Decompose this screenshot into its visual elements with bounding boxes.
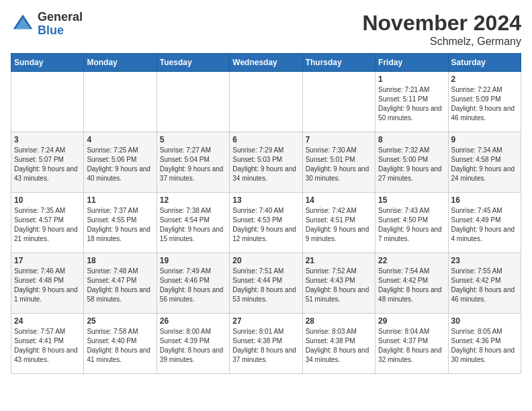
day-number: 5 [160,135,226,144]
calendar-cell [230,72,302,132]
day-number: 13 [232,195,299,205]
calendar-cell: 5Sunrise: 7:27 AM Sunset: 5:04 PM Daylig… [157,132,229,193]
calendar-cell: 17Sunrise: 7:46 AM Sunset: 4:48 PM Dayli… [11,253,84,314]
day-detail: Sunrise: 7:45 AM Sunset: 4:49 PM Dayligh… [451,206,518,244]
week-row-4: 17Sunrise: 7:46 AM Sunset: 4:48 PM Dayli… [11,253,521,314]
day-number: 26 [160,316,226,326]
day-number: 28 [306,316,372,326]
logo-blue: Blue [38,24,83,38]
day-detail: Sunrise: 7:48 AM Sunset: 4:47 PM Dayligh… [87,267,153,304]
day-detail: Sunrise: 7:54 AM Sunset: 4:42 PM Dayligh… [378,267,445,304]
day-number: 19 [160,256,226,265]
day-detail: Sunrise: 7:55 AM Sunset: 4:42 PM Dayligh… [451,267,518,304]
day-detail: Sunrise: 7:38 AM Sunset: 4:54 PM Dayligh… [160,206,226,244]
calendar-cell: 27Sunrise: 8:01 AM Sunset: 4:38 PM Dayli… [230,314,302,374]
calendar-body: 1Sunrise: 7:21 AM Sunset: 5:11 PM Daylig… [11,72,521,374]
calendar-header: SundayMondayTuesdayWednesdayThursdayFrid… [11,54,521,72]
calendar-cell: 16Sunrise: 7:45 AM Sunset: 4:49 PM Dayli… [448,193,521,253]
logo-general: General [38,11,83,24]
day-number: 14 [306,195,372,205]
day-number: 21 [306,256,372,265]
weekday-header-sunday: Sunday [11,54,84,72]
calendar-cell: 3Sunrise: 7:24 AM Sunset: 5:07 PM Daylig… [11,132,84,193]
day-number: 9 [451,135,518,144]
day-detail: Sunrise: 7:35 AM Sunset: 4:57 PM Dayligh… [14,206,81,244]
calendar-cell: 12Sunrise: 7:38 AM Sunset: 4:54 PM Dayli… [157,193,229,253]
calendar-cell [302,72,375,132]
day-number: 10 [14,195,81,205]
calendar-cell: 10Sunrise: 7:35 AM Sunset: 4:57 PM Dayli… [11,193,84,253]
calendar-title: November 2024 [362,11,521,36]
week-row-3: 10Sunrise: 7:35 AM Sunset: 4:57 PM Dayli… [11,193,521,253]
week-row-2: 3Sunrise: 7:24 AM Sunset: 5:07 PM Daylig… [11,132,521,193]
weekday-header-tuesday: Tuesday [157,54,229,72]
calendar-cell [11,72,84,132]
day-number: 25 [87,316,153,326]
weekday-header-thursday: Thursday [302,54,375,72]
calendar-cell [84,72,157,132]
day-detail: Sunrise: 7:32 AM Sunset: 5:00 PM Dayligh… [378,146,445,183]
calendar-cell: 7Sunrise: 7:30 AM Sunset: 5:01 PM Daylig… [302,132,375,193]
day-detail: Sunrise: 7:57 AM Sunset: 4:41 PM Dayligh… [14,327,81,365]
calendar-cell: 18Sunrise: 7:48 AM Sunset: 4:47 PM Dayli… [84,253,157,314]
calendar-cell: 28Sunrise: 8:03 AM Sunset: 4:38 PM Dayli… [302,314,375,374]
day-detail: Sunrise: 7:43 AM Sunset: 4:50 PM Dayligh… [378,206,445,244]
day-number: 24 [14,316,81,326]
day-number: 7 [306,135,372,144]
calendar-table: SundayMondayTuesdayWednesdayThursdayFrid… [11,53,521,374]
day-detail: Sunrise: 7:37 AM Sunset: 4:55 PM Dayligh… [87,206,153,244]
logo: General Blue [11,11,83,38]
calendar-cell: 6Sunrise: 7:29 AM Sunset: 5:03 PM Daylig… [230,132,302,193]
day-detail: Sunrise: 7:42 AM Sunset: 4:51 PM Dayligh… [306,206,372,244]
day-detail: Sunrise: 7:21 AM Sunset: 5:11 PM Dayligh… [378,85,445,123]
day-number: 30 [451,316,518,326]
day-detail: Sunrise: 7:30 AM Sunset: 5:01 PM Dayligh… [306,146,372,183]
calendar-cell: 13Sunrise: 7:40 AM Sunset: 4:53 PM Dayli… [230,193,302,253]
day-number: 3 [14,135,81,144]
calendar-cell: 1Sunrise: 7:21 AM Sunset: 5:11 PM Daylig… [375,72,448,132]
weekday-header-friday: Friday [375,54,448,72]
day-detail: Sunrise: 8:00 AM Sunset: 4:39 PM Dayligh… [160,327,226,365]
day-detail: Sunrise: 8:01 AM Sunset: 4:38 PM Dayligh… [232,327,299,365]
page-header: General Blue November 2024 Schmelz, Germ… [11,11,521,48]
day-number: 18 [87,256,153,265]
day-number: 16 [451,195,518,205]
day-detail: Sunrise: 8:05 AM Sunset: 4:36 PM Dayligh… [451,327,518,365]
calendar-cell: 20Sunrise: 7:51 AM Sunset: 4:44 PM Dayli… [230,253,302,314]
logo-icon [11,12,35,36]
calendar-cell [157,72,229,132]
calendar-cell: 19Sunrise: 7:49 AM Sunset: 4:46 PM Dayli… [157,253,229,314]
weekday-header-monday: Monday [84,54,157,72]
calendar-cell: 15Sunrise: 7:43 AM Sunset: 4:50 PM Dayli… [375,193,448,253]
calendar-cell: 25Sunrise: 7:58 AM Sunset: 4:40 PM Dayli… [84,314,157,374]
day-detail: Sunrise: 7:51 AM Sunset: 4:44 PM Dayligh… [232,267,299,304]
calendar-cell: 29Sunrise: 8:04 AM Sunset: 4:37 PM Dayli… [375,314,448,374]
weekday-header-saturday: Saturday [448,54,521,72]
day-number: 12 [160,195,226,205]
weekday-header-row: SundayMondayTuesdayWednesdayThursdayFrid… [11,54,521,72]
calendar-cell: 4Sunrise: 7:25 AM Sunset: 5:06 PM Daylig… [84,132,157,193]
logo-text: General Blue [38,11,83,38]
calendar-cell: 30Sunrise: 8:05 AM Sunset: 4:36 PM Dayli… [448,314,521,374]
calendar-cell: 24Sunrise: 7:57 AM Sunset: 4:41 PM Dayli… [11,314,84,374]
calendar-cell: 21Sunrise: 7:52 AM Sunset: 4:43 PM Dayli… [302,253,375,314]
day-detail: Sunrise: 8:04 AM Sunset: 4:37 PM Dayligh… [378,327,445,365]
day-detail: Sunrise: 7:40 AM Sunset: 4:53 PM Dayligh… [232,206,299,244]
day-number: 27 [232,316,299,326]
day-number: 20 [232,256,299,265]
week-row-1: 1Sunrise: 7:21 AM Sunset: 5:11 PM Daylig… [11,72,521,132]
calendar-cell: 23Sunrise: 7:55 AM Sunset: 4:42 PM Dayli… [448,253,521,314]
calendar-subtitle: Schmelz, Germany [362,36,521,48]
day-number: 23 [451,256,518,265]
day-number: 22 [378,256,445,265]
day-number: 1 [378,75,445,84]
day-detail: Sunrise: 7:49 AM Sunset: 4:46 PM Dayligh… [160,267,226,304]
day-number: 15 [378,195,445,205]
calendar-cell: 26Sunrise: 8:00 AM Sunset: 4:39 PM Dayli… [157,314,229,374]
day-number: 2 [451,75,518,84]
calendar-cell: 2Sunrise: 7:22 AM Sunset: 5:09 PM Daylig… [448,72,521,132]
day-detail: Sunrise: 7:29 AM Sunset: 5:03 PM Dayligh… [232,146,299,183]
title-area: November 2024 Schmelz, Germany [362,11,521,48]
weekday-header-wednesday: Wednesday [230,54,302,72]
day-detail: Sunrise: 7:27 AM Sunset: 5:04 PM Dayligh… [160,146,226,183]
